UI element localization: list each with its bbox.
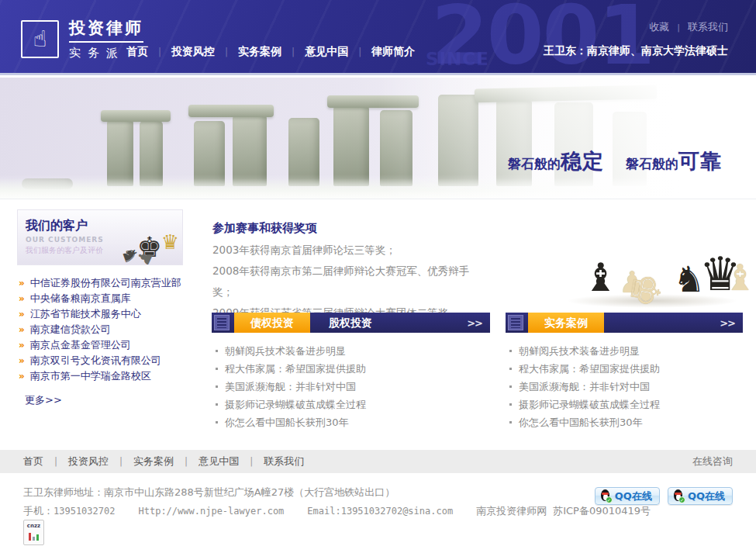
footer-nav-separator: | [185,456,188,467]
arrow-bullet: » [19,309,25,320]
client-list: »中信证券股份有限公司南京营业部 »中央储备粮南京直属库 »江苏省节能技术服务中… [19,275,181,384]
footer-nav-contact-us[interactable]: 联系我们 [264,455,304,468]
news-item-link[interactable]: 你怎么看中国船长获刑30年 [216,413,366,431]
news-item-label: 你怎么看中国船长获刑30年 [225,416,349,430]
client-item-label: 南京双引号文化资讯有限公司 [30,354,161,368]
square-bullet [216,421,218,423]
footer-nav-separator: | [54,456,57,467]
customers-title: 我们的客户 [26,218,120,234]
hand-glyph: ☝ [33,26,47,52]
cnzz-stats-badge[interactable]: cnzz [23,520,44,545]
mobile-number: 手机：13951032702 [23,504,115,518]
square-bullet [509,385,512,388]
since-label-watermark: SINCE [426,49,489,69]
client-item-link[interactable]: »南京双引号文化资讯有限公司 [19,353,181,368]
slogan-prefix: 磐石般的 [508,155,561,173]
more-arrow-link[interactable]: >> [720,317,735,329]
qq-online-button[interactable]: ✓ QQ在线 [668,487,733,505]
debt-equity-tabbar: 债权投资 股权投资 >> [212,313,490,333]
customers-subtitle-en: OUR CUSTOMERS [26,236,120,244]
square-bullet [216,403,218,406]
nav-item-risk-control[interactable]: 投资风控 [171,45,215,59]
awards-lines: 2003年获得南京首届律师论坛三等奖； 2008年获得南京市第二届律师辩论大赛冠… [212,240,490,323]
email-link[interactable]: Email:13951032702@sina.com [307,506,453,517]
arrow-bullet: » [19,324,25,335]
tab-practice-cases[interactable]: 实务案例 [528,313,604,333]
top-links-separator: | [677,22,680,33]
news-item-link[interactable]: 美国派濒海舰：并非针对中国 [509,378,660,396]
website-link[interactable]: Http://www.njpe-lawyer.com [138,506,284,517]
chess-photo: ♝ ♟ ♚ ♞ ♝ ♛ [551,202,743,308]
footer-nav-separator: | [119,456,123,467]
news-item-link[interactable]: 美国派濒海舰：并非针对中国 [216,378,366,396]
news-item-label: 美国派濒海舰：并非针对中国 [519,380,650,394]
cnzz-bar-chart-icon [24,531,43,541]
nav-separator: | [158,47,161,57]
black-queen-piece: ♛ [699,251,741,297]
customers-header-text: 我们的客户 OUR CUSTOMERS 我们服务的客户及评价 [18,210,120,264]
client-item-label: 中央储备粮南京直属库 [30,292,131,306]
qq-buttons: ✓ QQ在线 ✓ QQ在线 [595,487,733,505]
chess-mini-illustration: ♚ ♛ ♞ ♟ [120,210,182,264]
award-line: 2008年获得南京市第二届律师辩论大赛冠军、优秀辩手奖； [212,261,490,302]
footer-nav-risk-control[interactable]: 投资风控 [68,455,109,468]
news-item-link[interactable]: 摄影师记录蝴蝶破茧成蝶全过程 [509,396,660,413]
footer-nav-separator: | [250,456,253,467]
client-item-label: 中信证券股份有限公司南京营业部 [30,276,181,290]
nav-item-opinion-china[interactable]: 意见中国 [305,45,348,59]
icp-line: 南京投资律师网苏ICP备09010419号 [476,504,657,518]
bookmark-link[interactable]: 收藏 [649,20,669,34]
mobile-value: 13951032702 [54,506,115,517]
tab-debt-investment[interactable]: 债权投资 [234,313,310,333]
customers-more-link[interactable]: 更多>> [25,393,62,407]
nav-separator: | [292,47,295,57]
news-item-label: 摄影师记录蝴蝶破茧成蝶全过程 [519,398,660,412]
nav-separator: | [225,47,228,57]
slogan-stability: 稳定 [561,147,604,175]
qq-online-button[interactable]: ✓ QQ在线 [595,487,660,505]
middle-column: 参加赛事和获得奖项 2003年获得南京首届律师论坛三等奖； 2008年获得南京市… [212,199,490,450]
footer-info: 王卫东律师地址：南京市中山东路288号新世纪广场A幢27楼（大行宫地铁站出口） … [0,473,756,560]
arrow-bullet: » [19,293,25,304]
practice-cases-tabbar: 实务案例 >> [506,313,743,333]
right-column: ♝ ♟ ♚ ♞ ♝ ♛ 实务案例 >> 朝鲜阅兵技术装备进步明显 程大伟家属：希… [506,199,743,450]
nav-item-lawyer-profile[interactable]: 律师简介 [371,45,415,59]
news-item-link[interactable]: 程大伟家属：希望国家提供援助 [509,360,660,378]
client-item-link[interactable]: »江苏省节能技术服务中心 [19,306,181,322]
news-item-link[interactable]: 朝鲜阅兵技术装备进步明显 [509,342,660,360]
footer-nav-opinion-china[interactable]: 意见中国 [198,455,239,468]
more-arrow-link[interactable]: >> [467,317,482,329]
news-item-link[interactable]: 摄影师记录蝴蝶破茧成蝶全过程 [216,396,366,413]
news-item-label: 朝鲜阅兵技术装备进步明显 [225,344,346,358]
customers-header-banner: 我们的客户 OUR CUSTOMERS 我们服务的客户及评价 ♚ ♛ ♞ ♟ [17,209,183,265]
fallen-white-king-piece: ♚ [623,270,668,311]
contact-line: 手机：13951032702 Http://www.njpe-lawyer.co… [23,504,680,518]
client-item-link[interactable]: »中信证券股份有限公司南京营业部 [19,275,181,291]
client-item-link[interactable]: »南京市第一中学瑞金路校区 [19,368,181,384]
hero-slogan: 磐石般的 稳定 磐石般的 可靠 [508,147,722,175]
contact-us-link[interactable]: 联系我们 [688,20,728,34]
news-item-link[interactable]: 你怎么看中国船长获刑30年 [509,413,660,431]
tab-equity-investment[interactable]: 股权投资 [310,313,391,333]
news-item-link[interactable]: 程大伟家属：希望国家提供援助 [216,360,366,378]
client-item-link[interactable]: »南京点金基金管理公司 [19,337,181,353]
address-line: 王卫东律师地址：南京市中山东路288号新世纪广场A幢27楼（大行宫地铁站出口） [23,486,395,500]
page: 2001 SINCE ☝ 投资律师 实务派 首页 | 投资风控 | 实务案例 |… [0,0,756,560]
nav-item-home[interactable]: 首页 [126,45,148,59]
icp-number: 苏ICP备09010419号 [553,505,651,517]
news-item-link[interactable]: 朝鲜阅兵技术装备进步明显 [216,342,366,360]
online-consult-link[interactable]: 在线咨询 [692,455,733,468]
footer-nav-home[interactable]: 首页 [23,455,43,468]
client-item-link[interactable]: »南京建信贷款公司 [19,322,181,337]
mini-gold-queen-piece: ♛ [161,230,179,254]
nav-item-practice-cases[interactable]: 实务案例 [238,45,281,59]
customers-subtitle-cn: 我们服务的客户及评价 [26,245,120,256]
square-bullet [216,368,218,370]
client-item-link[interactable]: »中央储备粮南京直属库 [19,291,181,306]
hand-logo-icon: ☝ [21,20,59,58]
news-item-label: 摄影师记录蝴蝶破茧成蝶全过程 [225,398,366,412]
footer-nav-practice-cases[interactable]: 实务案例 [133,455,174,468]
news-item-label: 你怎么看中国船长获刑30年 [519,416,643,430]
site-logo[interactable]: ☝ 投资律师 实务派 [21,17,143,60]
slogan-reliability: 可靠 [678,147,722,175]
